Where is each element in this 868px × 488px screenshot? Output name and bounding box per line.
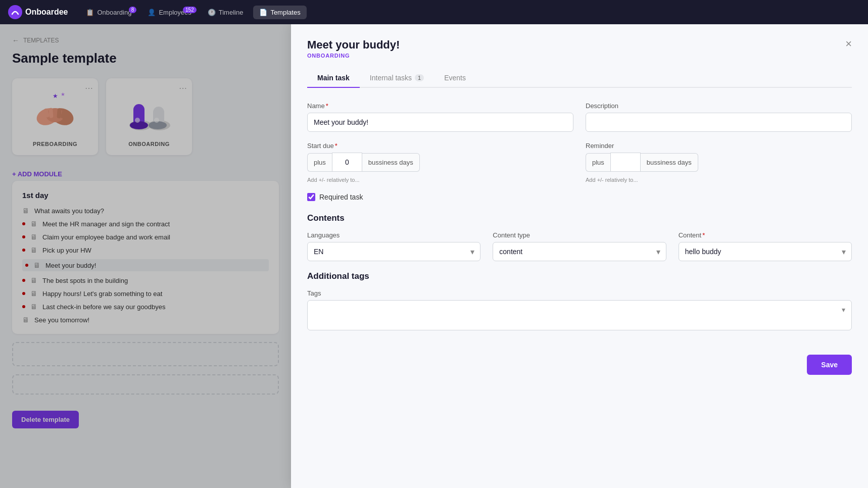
contents-heading: Contents xyxy=(307,213,852,223)
onboarding-badge: 8 xyxy=(129,7,137,13)
reminder-input-row: plus bussiness days xyxy=(586,153,852,172)
start-due-suffix: bussiness days xyxy=(362,153,420,172)
required-task-label: Required task xyxy=(319,193,363,201)
employees-badge: 152 xyxy=(183,7,197,13)
start-due-label: Start due* xyxy=(307,142,573,150)
nav-item-employees[interactable]: 👤 Employees 152 xyxy=(141,6,197,19)
reminder-number-input[interactable] xyxy=(610,153,641,172)
panel-title-group: Meet your buddy! ONBOARDING xyxy=(307,38,400,59)
languages-label: Languages xyxy=(307,231,480,239)
content-select[interactable]: hello buddy xyxy=(679,242,852,261)
name-description-row: Name* Description xyxy=(307,102,852,132)
start-due-input-row: plus bussiness days xyxy=(307,153,573,172)
additional-tags-heading: Additional tags xyxy=(307,271,852,281)
reminder-group: Reminder plus bussiness days Add +/- rel… xyxy=(586,142,852,183)
onboarding-nav-icon: 📋 xyxy=(86,9,94,16)
nav-item-onboarding[interactable]: 📋 Onboarding 8 xyxy=(80,6,137,19)
close-panel-button[interactable]: × xyxy=(845,38,852,50)
name-label: Name* xyxy=(307,102,573,110)
required-task-checkbox[interactable] xyxy=(307,193,315,201)
description-group: Description xyxy=(586,102,852,132)
required-task-row: Required task xyxy=(307,193,852,201)
content-type-select-wrapper: content video xyxy=(493,242,666,261)
languages-select[interactable]: EN DE xyxy=(307,242,480,261)
start-due-prefix: plus xyxy=(307,153,332,172)
contents-row: Languages EN DE Content type content vid… xyxy=(307,231,852,261)
languages-select-wrapper: EN DE xyxy=(307,242,480,261)
panel-subtitle: ONBOARDING xyxy=(307,53,400,59)
templates-nav-label: Templates xyxy=(270,9,300,16)
startdue-reminder-row: Start due* plus bussiness days Add +/- r… xyxy=(307,142,852,183)
tags-label: Tags xyxy=(307,289,852,297)
right-panel: Meet your buddy! ONBOARDING × Main task … xyxy=(291,24,868,488)
panel-header: Meet your buddy! ONBOARDING × xyxy=(307,38,852,59)
tab-main-task[interactable]: Main task xyxy=(307,69,360,88)
reminder-prefix: plus xyxy=(586,153,610,172)
templates-nav-icon: 📄 xyxy=(259,9,267,16)
internal-tasks-badge: 1 xyxy=(415,74,424,81)
nav-item-timeline[interactable]: 🕐 Timeline xyxy=(202,6,250,19)
description-label: Description xyxy=(586,102,852,110)
panel-tabs: Main task Internal tasks 1 Events xyxy=(307,69,852,88)
content-label: Content* xyxy=(679,231,852,239)
content-type-group: Content type content video xyxy=(493,231,666,261)
nav-item-templates[interactable]: 📄 Templates xyxy=(253,6,306,19)
content-type-select[interactable]: content video xyxy=(493,242,666,261)
reminder-hint: Add +/- relatively to... xyxy=(586,177,852,183)
employees-nav-icon: 👤 xyxy=(148,9,156,16)
panel-title: Meet your buddy! xyxy=(307,38,400,52)
tags-group: Tags ▾ xyxy=(307,289,852,330)
languages-group: Languages EN DE xyxy=(307,231,480,261)
reminder-suffix: bussiness days xyxy=(641,153,698,172)
tags-dropdown-icon: ▾ xyxy=(842,306,845,314)
description-input[interactable] xyxy=(586,113,852,132)
name-input[interactable] xyxy=(307,113,573,132)
tab-events[interactable]: Events xyxy=(434,69,476,88)
main-layout: ← TEMPLATES Sample template ⋯ ★ ★ xyxy=(0,24,868,488)
start-due-hint: Add +/- relatively to... xyxy=(307,177,573,183)
reminder-label: Reminder xyxy=(586,142,852,150)
tab-internal-tasks[interactable]: Internal tasks 1 xyxy=(360,69,434,88)
content-type-label: Content type xyxy=(493,231,666,239)
save-button[interactable]: Save xyxy=(807,355,852,375)
timeline-nav-icon: 🕐 xyxy=(208,9,216,16)
app-name-label: Onboardee xyxy=(25,8,68,17)
content-select-wrapper: hello buddy xyxy=(679,242,852,261)
content-group: Content* hello buddy xyxy=(679,231,852,261)
top-navigation: Onboardee 📋 Onboarding 8 👤 Employees 152… xyxy=(0,0,868,24)
app-logo[interactable]: Onboardee xyxy=(8,5,68,19)
tags-input-area[interactable]: ▾ xyxy=(307,300,852,330)
name-group: Name* xyxy=(307,102,573,132)
start-due-group: Start due* plus bussiness days Add +/- r… xyxy=(307,142,573,183)
start-due-number-input[interactable] xyxy=(332,153,362,172)
